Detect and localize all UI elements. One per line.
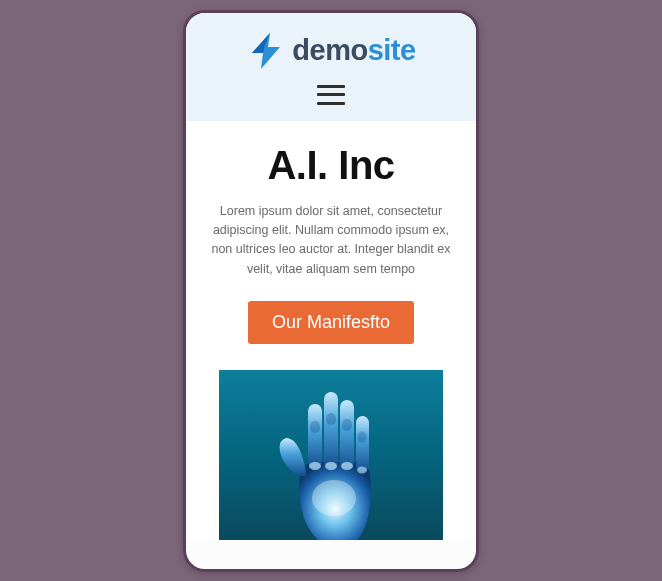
hamburger-menu-icon[interactable]: [317, 85, 345, 105]
svg-rect-0: [308, 404, 322, 468]
intro-paragraph: Lorem ipsum dolor sit amet, consectetur …: [206, 202, 456, 280]
main-content: A.I. Inc Lorem ipsum dolor sit amet, con…: [186, 121, 476, 541]
manifesto-button[interactable]: Our Manifesfto: [248, 301, 414, 344]
svg-rect-1: [324, 392, 338, 468]
logo-text-prefix: demo: [292, 34, 367, 66]
lightning-icon: [246, 31, 286, 71]
logo-text: demosite: [292, 34, 415, 67]
site-logo[interactable]: demosite: [246, 31, 415, 71]
mobile-device-frame: demosite A.I. Inc Lorem ipsum dolor sit …: [183, 10, 479, 572]
svg-point-6: [341, 462, 353, 470]
svg-point-7: [357, 467, 367, 474]
logo-text-suffix: site: [368, 34, 416, 66]
svg-point-5: [325, 462, 337, 470]
site-header: demosite: [186, 13, 476, 121]
svg-point-8: [312, 480, 356, 516]
svg-rect-2: [340, 400, 354, 470]
hand-icon: [266, 380, 396, 540]
svg-point-4: [309, 462, 321, 470]
svg-rect-3: [356, 416, 369, 472]
page-title: A.I. Inc: [206, 143, 456, 188]
hero-image: [219, 370, 443, 540]
